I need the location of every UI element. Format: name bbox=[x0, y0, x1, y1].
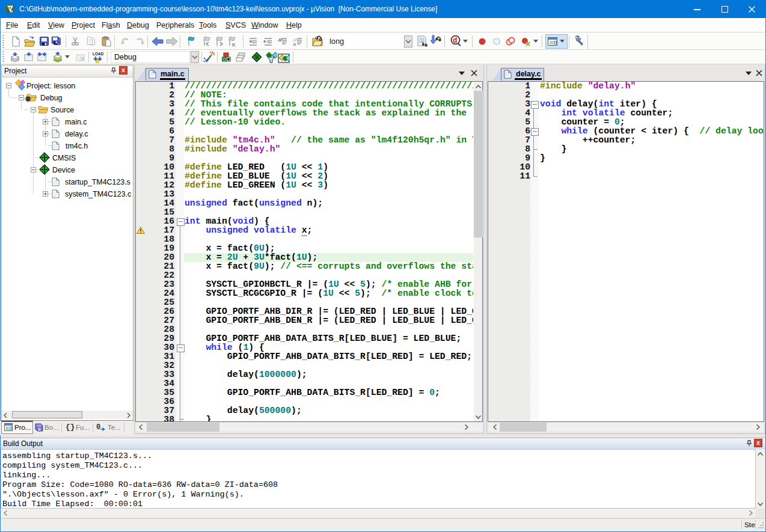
svg-text:d: d bbox=[453, 36, 457, 44]
svg-text:?: ? bbox=[38, 427, 41, 432]
svg-text:LOAD: LOAD bbox=[93, 52, 104, 56]
svg-text:s: s bbox=[11, 9, 14, 13]
